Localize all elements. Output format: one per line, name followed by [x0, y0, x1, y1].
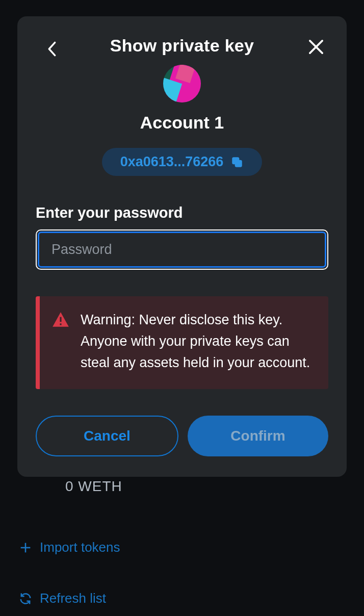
back-button[interactable]	[42, 39, 62, 59]
copy-address-button[interactable]: 0xa0613...76266	[102, 148, 263, 176]
account-address-text: 0xa0613...76266	[120, 154, 224, 170]
chevron-left-icon	[47, 41, 57, 57]
refresh-icon	[18, 592, 33, 606]
svg-rect-6	[60, 317, 61, 322]
password-field-wrap	[36, 229, 328, 270]
plus-icon	[18, 541, 33, 555]
svg-rect-5	[232, 157, 240, 164]
warning-text: Warning: Never disclose this key. Anyone…	[81, 310, 314, 374]
cancel-button[interactable]: Cancel	[36, 416, 178, 456]
confirm-button[interactable]: Confirm	[188, 416, 328, 456]
token-balance-text: 0 WETH	[65, 478, 122, 495]
button-row: Cancel Confirm	[36, 416, 328, 456]
refresh-list-link[interactable]: Refresh list	[18, 591, 106, 606]
modal-title: Show private key	[36, 36, 328, 56]
modal-header: Show private key	[36, 36, 328, 56]
account-avatar	[163, 65, 201, 102]
warning-triangle-icon	[51, 311, 70, 330]
import-tokens-link[interactable]: Import tokens	[18, 540, 120, 555]
close-button[interactable]	[305, 36, 327, 58]
password-input[interactable]	[38, 232, 326, 268]
copy-icon	[230, 156, 244, 169]
account-name: Account 1	[36, 113, 328, 133]
close-icon	[307, 38, 325, 56]
warning-banner: Warning: Never disclose this key. Anyone…	[36, 296, 328, 389]
password-label: Enter your password	[36, 204, 328, 221]
import-tokens-label: Import tokens	[40, 540, 120, 555]
show-private-key-modal: Show private key Account 1 0xa0613...762…	[17, 16, 347, 477]
svg-rect-7	[60, 323, 61, 325]
refresh-list-label: Refresh list	[40, 591, 106, 606]
